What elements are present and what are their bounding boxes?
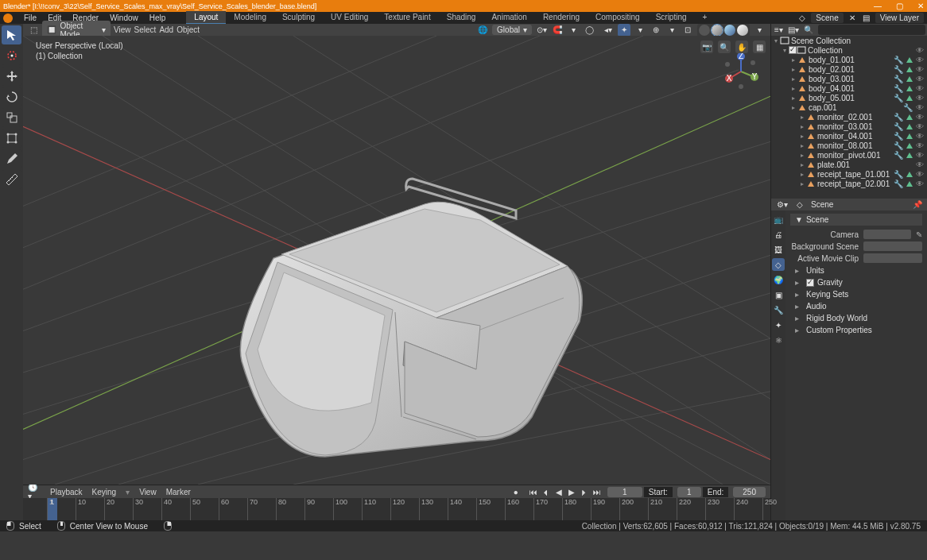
- snap-toggle[interactable]: 🧲: [551, 24, 564, 37]
- tool-scale[interactable]: [2, 108, 21, 127]
- mesh-data-icon[interactable]: [906, 133, 913, 139]
- visibility-toggle[interactable]: 👁: [916, 160, 924, 169]
- close-button[interactable]: ✕: [917, 2, 924, 10]
- vh-menu-object[interactable]: Object: [176, 25, 200, 34]
- panel-custom[interactable]: ▸Custom Properties: [790, 324, 922, 336]
- maximize-button[interactable]: ▢: [896, 2, 903, 10]
- outliner-item[interactable]: ▸monitor_03.001🔧👁: [771, 122, 927, 131]
- workspace-tab-uv-editing[interactable]: UV Editing: [323, 11, 376, 25]
- outliner-item[interactable]: ▸receipt_tape_01.001🔧👁: [771, 169, 927, 179]
- vh-menu-add[interactable]: Add: [159, 25, 173, 34]
- panel-rigid[interactable]: ▸Rigid Body World: [790, 312, 922, 324]
- ptab-object[interactable]: ▣: [772, 288, 785, 301]
- workspace-tab-animation[interactable]: Animation: [483, 11, 534, 25]
- shading-lookdev[interactable]: [724, 25, 735, 36]
- outliner-editor-type-icon[interactable]: ≡▾: [774, 24, 783, 37]
- visibility-toggle[interactable]: 👁: [916, 103, 924, 112]
- modifier-icon[interactable]: 🔧: [894, 75, 903, 83]
- gizmo-dropdown[interactable]: ▾: [634, 24, 646, 37]
- overlay-dropdown[interactable]: ▾: [665, 24, 678, 37]
- end-frame-field[interactable]: 250: [733, 487, 766, 497]
- visibility-toggle[interactable]: 👁: [916, 113, 924, 122]
- outliner-tree[interactable]: ▾Scene Collection▾Collection👁▸body_01.00…: [771, 36, 927, 199]
- modifier-icon[interactable]: 🔧: [894, 56, 903, 64]
- outliner-display-mode[interactable]: ▤▾: [788, 24, 799, 37]
- outliner-collection[interactable]: ▾Collection👁: [771, 45, 927, 55]
- tool-cursor[interactable]: [2, 46, 21, 65]
- outliner-item[interactable]: ▸plate.001👁: [771, 160, 927, 169]
- ptab-scene[interactable]: ◇: [772, 258, 785, 271]
- outliner-item[interactable]: ▸monitor_08.001🔧👁: [771, 141, 927, 150]
- mesh-data-icon[interactable]: [906, 57, 913, 63]
- vis-selectability-icon[interactable]: ◂▾: [602, 24, 615, 37]
- visibility-toggle[interactable]: 👁: [916, 151, 924, 160]
- visibility-toggle[interactable]: 👁: [916, 180, 924, 188]
- timeline-ruler[interactable]: 1110203040506070809010011012013014015016…: [23, 498, 770, 520]
- workspace-tab-sculpting[interactable]: Sculpting: [274, 11, 323, 25]
- mesh-data-icon[interactable]: [906, 76, 913, 82]
- visibility-toggle[interactable]: 👁: [916, 75, 924, 83]
- proportional-toggle[interactable]: ◯: [583, 24, 595, 37]
- ptab-viewlayer[interactable]: 🖼: [772, 243, 785, 256]
- outliner-item[interactable]: ▸body_05.001🔧👁: [771, 93, 927, 102]
- mesh-data-icon[interactable]: [906, 124, 913, 129]
- tool-move[interactable]: [2, 67, 21, 86]
- workspace-tab-texture-paint[interactable]: Texture Paint: [376, 11, 438, 25]
- timeline-editor-type-icon[interactable]: 🕓▾: [28, 485, 41, 498]
- ptab-modifier[interactable]: 🔧: [772, 303, 785, 316]
- visibility-toggle[interactable]: 👁: [916, 122, 924, 131]
- ptab-output[interactable]: 🖨: [772, 228, 785, 241]
- panel-units[interactable]: ▸Units: [790, 265, 922, 276]
- shading-rendered[interactable]: [737, 25, 748, 36]
- editor-type-icon[interactable]: ⬚: [28, 24, 39, 37]
- snap-dropdown[interactable]: ▾: [567, 24, 580, 37]
- modifier-icon[interactable]: 🔧: [894, 84, 903, 93]
- panel-audio[interactable]: ▸Audio: [790, 300, 922, 312]
- modifier-icon[interactable]: 🔧: [894, 180, 903, 188]
- pin-icon[interactable]: 📌: [913, 200, 922, 209]
- visibility-toggle[interactable]: 👁: [916, 170, 924, 179]
- gizmo-pan-icon[interactable]: ✋: [735, 41, 748, 53]
- keyframe-prev-button[interactable]: ⏴: [541, 486, 552, 497]
- navigation-gizmo[interactable]: Y X Z: [723, 53, 759, 90]
- workspace-add-button[interactable]: +: [695, 11, 711, 25]
- mesh-data-icon[interactable]: [906, 172, 913, 177]
- outliner-item[interactable]: ▸body_01.001🔧👁: [771, 55, 927, 64]
- scene-new-icon[interactable]: ✕: [847, 13, 858, 24]
- current-frame-field[interactable]: 1: [607, 487, 642, 497]
- gizmo-camera-icon[interactable]: 📷: [700, 41, 713, 53]
- ptab-world[interactable]: 🌍: [772, 273, 785, 286]
- play-reverse-button[interactable]: ◀: [553, 486, 564, 497]
- jump-end-button[interactable]: ⏭: [591, 486, 603, 497]
- modifier-icon[interactable]: 🔧: [894, 170, 903, 179]
- visibility-toggle[interactable]: 👁: [916, 84, 924, 93]
- modifier-icon[interactable]: 🔧: [903, 103, 913, 112]
- jump-start-button[interactable]: ⏮: [528, 486, 539, 497]
- workspace-tab-rendering[interactable]: Rendering: [535, 11, 588, 25]
- shading-dropdown[interactable]: ▾: [753, 24, 766, 37]
- bgscene-field[interactable]: [863, 241, 922, 251]
- tl-menu-playback[interactable]: Playback: [50, 488, 83, 496]
- scene-name-field[interactable]: Scene: [811, 13, 843, 23]
- outliner-scene-collection[interactable]: ▾Scene Collection: [771, 36, 927, 45]
- movieclip-field[interactable]: [863, 253, 922, 263]
- properties-editor-type-icon[interactable]: ⚙▾: [776, 199, 789, 211]
- outliner-item[interactable]: ▸cap.001🔧👁: [771, 102, 927, 112]
- outliner-item[interactable]: ▸monitor_02.001🔧👁: [771, 112, 927, 122]
- mesh-data-icon[interactable]: [906, 114, 913, 120]
- gizmo-toggle[interactable]: ✦: [618, 24, 630, 37]
- mesh-data-icon[interactable]: [906, 181, 913, 187]
- outliner-item[interactable]: ▸monitor_04.001🔧👁: [771, 131, 927, 141]
- tl-menu-view[interactable]: View: [139, 488, 157, 496]
- gravity-checkbox[interactable]: [806, 279, 814, 287]
- xray-toggle[interactable]: ⊡: [681, 24, 694, 37]
- tool-annotate[interactable]: [2, 149, 21, 168]
- ptab-render[interactable]: 📺: [772, 213, 785, 226]
- workspace-tab-shading[interactable]: Shading: [439, 11, 484, 25]
- pivot-dropdown[interactable]: ⊙▾: [535, 24, 548, 37]
- tl-menu-keying[interactable]: Keying: [92, 488, 117, 496]
- modifier-icon[interactable]: 🔧: [894, 132, 903, 141]
- modifier-icon[interactable]: 🔧: [894, 94, 903, 102]
- gizmo-ortho-icon[interactable]: ▦: [753, 41, 766, 53]
- panel-gravity[interactable]: ▸Gravity: [790, 276, 922, 288]
